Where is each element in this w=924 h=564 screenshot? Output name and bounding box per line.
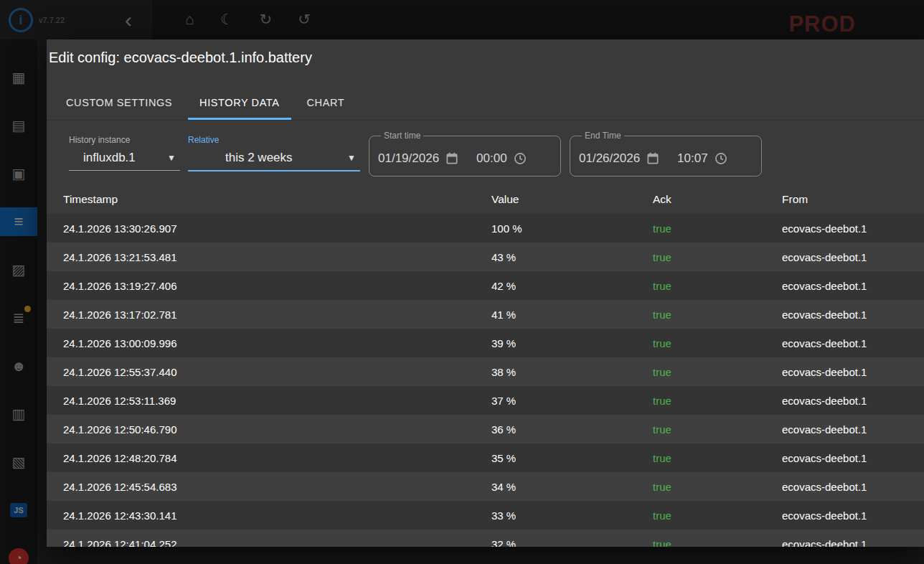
- history-controls: History instance influxdb.1 ▼ Relative t…: [47, 129, 924, 182]
- cell-ack: true: [653, 452, 782, 464]
- cell-ack: true: [653, 481, 782, 493]
- tab-history-data[interactable]: HISTORY DATA: [188, 85, 291, 120]
- cell-value: 41 %: [491, 309, 653, 321]
- table-row: 24.1.2026 12:50:46.79036 %trueecovacs-de…: [47, 415, 924, 443]
- cell-ack: true: [653, 337, 782, 349]
- tab-bar: CUSTOM SETTINGS HISTORY DATA CHART: [47, 85, 924, 121]
- cell-value: 42 %: [491, 280, 653, 292]
- cell-value: 100 %: [491, 222, 653, 235]
- tab-custom-settings[interactable]: CUSTOM SETTINGS: [55, 85, 184, 120]
- cell-from: ecovacs-deebot.1: [782, 309, 924, 321]
- cell-value: 37 %: [491, 395, 653, 407]
- cell-ack: true: [653, 309, 782, 321]
- cell-from: ecovacs-deebot.1: [782, 366, 924, 378]
- cell-timestamp: 24.1.2026 12:50:46.790: [47, 423, 491, 436]
- cell-timestamp: 24.1.2026 12:53:11.369: [47, 395, 491, 407]
- cell-from: ecovacs-deebot.1: [782, 280, 924, 292]
- table-row: 24.1.2026 13:00:09.99639 %trueecovacs-de…: [47, 329, 924, 357]
- start-time-group: Start time 01/19/2026 00:00: [369, 131, 561, 177]
- cell-ack: true: [653, 395, 782, 407]
- cell-ack: true: [653, 509, 782, 522]
- clock-icon[interactable]: [513, 151, 527, 166]
- column-header-from: From: [782, 193, 924, 206]
- clock-icon[interactable]: [714, 151, 728, 166]
- cell-from: ecovacs-deebot.1: [782, 509, 924, 522]
- column-header-ack: Ack: [653, 193, 782, 206]
- history-instance-select[interactable]: influxdb.1 ▼: [69, 145, 180, 171]
- chevron-down-icon: ▼: [347, 153, 356, 163]
- history-instance-label: History instance: [69, 135, 180, 145]
- cell-from: ecovacs-deebot.1: [782, 481, 924, 493]
- relative-field: Relative this 2 weeks ▼: [188, 129, 360, 171]
- cell-timestamp: 24.1.2026 13:19:27.406: [47, 280, 491, 292]
- cell-timestamp: 24.1.2026 12:48:20.784: [47, 452, 491, 464]
- chevron-down-icon: ▼: [167, 153, 176, 163]
- cell-value: 38 %: [491, 366, 653, 378]
- end-time-label: End Time: [582, 131, 624, 141]
- edit-config-dialog: Edit config: ecovacs-deebot.1.info.batte…: [47, 39, 924, 547]
- relative-select[interactable]: this 2 weeks ▼: [188, 145, 360, 171]
- cell-value: 35 %: [491, 452, 653, 464]
- cell-timestamp: 24.1.2026 12:43:30.141: [47, 509, 491, 522]
- start-time-label: Start time: [381, 131, 423, 141]
- cell-ack: true: [653, 366, 782, 378]
- relative-label: Relative: [188, 135, 360, 145]
- start-time-input[interactable]: 00:00: [476, 151, 507, 166]
- table-row: 24.1.2026 12:43:30.14133 %trueecovacs-de…: [47, 501, 924, 530]
- table-row: 24.1.2026 13:19:27.40642 %trueecovacs-de…: [47, 271, 924, 300]
- history-instance-value: influxdb.1: [83, 151, 136, 165]
- history-instance-field: History instance influxdb.1 ▼: [69, 129, 180, 171]
- table-row: 24.1.2026 13:30:26.907100 %trueecovacs-d…: [47, 214, 924, 243]
- table-row: 24.1.2026 12:48:20.78435 %trueecovacs-de…: [47, 443, 924, 472]
- cell-from: ecovacs-deebot.1: [782, 337, 924, 349]
- table-header: Timestamp Value Ack From: [47, 185, 924, 214]
- end-time-group: End Time 01/26/2026 10:07: [570, 131, 762, 177]
- cell-from: ecovacs-deebot.1: [782, 251, 924, 263]
- dialog-title: Edit config: ecovacs-deebot.1.info.batte…: [47, 39, 924, 68]
- cell-from: ecovacs-deebot.1: [782, 222, 924, 235]
- end-date-input[interactable]: 01/26/2026: [579, 151, 640, 166]
- cell-ack: true: [653, 538, 782, 547]
- cell-value: 39 %: [491, 337, 653, 349]
- cell-timestamp: 24.1.2026 12:55:37.440: [47, 366, 491, 378]
- cell-ack: true: [653, 423, 782, 436]
- table-row: 24.1.2026 12:55:37.44038 %trueecovacs-de…: [47, 357, 924, 386]
- cell-timestamp: 24.1.2026 13:30:26.907: [47, 222, 491, 235]
- calendar-icon[interactable]: [646, 151, 660, 166]
- end-time-input[interactable]: 10:07: [677, 151, 708, 166]
- tab-chart[interactable]: CHART: [296, 85, 357, 120]
- cell-from: ecovacs-deebot.1: [782, 538, 924, 547]
- cell-value: 43 %: [491, 251, 653, 263]
- cell-timestamp: 24.1.2026 13:00:09.996: [47, 337, 491, 349]
- cell-timestamp: 24.1.2026 12:41:04.252: [47, 538, 491, 547]
- cell-value: 32 %: [491, 538, 653, 547]
- table-row: 24.1.2026 12:41:04.25232 %trueecovacs-de…: [47, 530, 924, 547]
- cell-from: ecovacs-deebot.1: [782, 423, 924, 436]
- cell-value: 34 %: [491, 481, 653, 493]
- cell-timestamp: 24.1.2026 12:45:54.683: [47, 481, 491, 493]
- cell-timestamp: 24.1.2026 13:21:53.481: [47, 251, 491, 263]
- cell-from: ecovacs-deebot.1: [782, 395, 924, 407]
- cell-timestamp: 24.1.2026 13:17:02.781: [47, 309, 491, 321]
- start-date-input[interactable]: 01/19/2026: [378, 151, 439, 166]
- cell-ack: true: [653, 222, 782, 235]
- table-row: 24.1.2026 13:21:53.48143 %trueecovacs-de…: [47, 243, 924, 271]
- relative-value: this 2 weeks: [225, 151, 293, 165]
- history-table: Timestamp Value Ack From 24.1.2026 13:30…: [47, 185, 924, 547]
- calendar-icon[interactable]: [445, 151, 459, 166]
- table-row: 24.1.2026 12:53:11.36937 %trueecovacs-de…: [47, 386, 924, 415]
- table-row: 24.1.2026 13:17:02.78141 %trueecovacs-de…: [47, 300, 924, 329]
- cell-from: ecovacs-deebot.1: [782, 452, 924, 464]
- history-table-body[interactable]: 24.1.2026 13:30:26.907100 %trueecovacs-d…: [47, 214, 924, 547]
- table-row: 24.1.2026 12:45:54.68334 %trueecovacs-de…: [47, 472, 924, 501]
- column-header-timestamp: Timestamp: [47, 193, 491, 206]
- cell-value: 36 %: [491, 423, 653, 436]
- cell-ack: true: [653, 251, 782, 263]
- cell-value: 33 %: [491, 509, 653, 522]
- cell-ack: true: [653, 280, 782, 292]
- column-header-value: Value: [491, 193, 653, 206]
